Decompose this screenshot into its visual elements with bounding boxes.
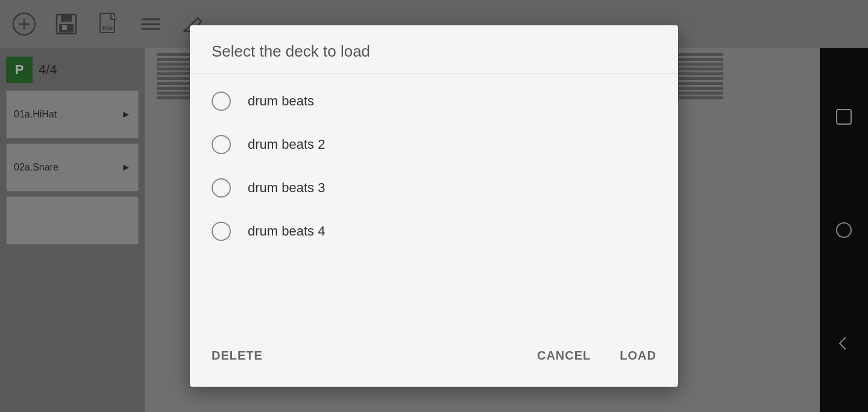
radio-item-3[interactable]: drum beats 3 <box>212 166 656 210</box>
radio-button-3[interactable] <box>212 178 231 198</box>
dialog-title: Select the deck to load <box>190 25 678 73</box>
radio-label-2: drum beats 2 <box>248 137 325 152</box>
radio-item-1[interactable]: drum beats <box>212 80 656 123</box>
radio-button-2[interactable] <box>212 135 231 154</box>
cancel-button[interactable]: CANCEL <box>523 342 605 370</box>
delete-button[interactable]: DELETE <box>212 342 272 370</box>
dialog-body: drum beats drum beats 2 drum beats 3 dru… <box>190 73 678 329</box>
load-button[interactable]: LOAD <box>605 342 656 370</box>
dialog-footer: DELETE CANCEL LOAD <box>190 329 678 387</box>
radio-item-2[interactable]: drum beats 2 <box>212 123 656 166</box>
modal-overlay: Select the deck to load drum beats drum … <box>0 0 868 412</box>
radio-button-4[interactable] <box>212 222 231 241</box>
dialog: Select the deck to load drum beats drum … <box>190 25 678 387</box>
radio-button-1[interactable] <box>212 92 231 111</box>
radio-label-4: drum beats 4 <box>248 223 325 239</box>
radio-label-1: drum beats <box>248 93 314 109</box>
radio-label-3: drum beats 3 <box>248 180 325 196</box>
radio-item-4[interactable]: drum beats 4 <box>212 210 656 253</box>
